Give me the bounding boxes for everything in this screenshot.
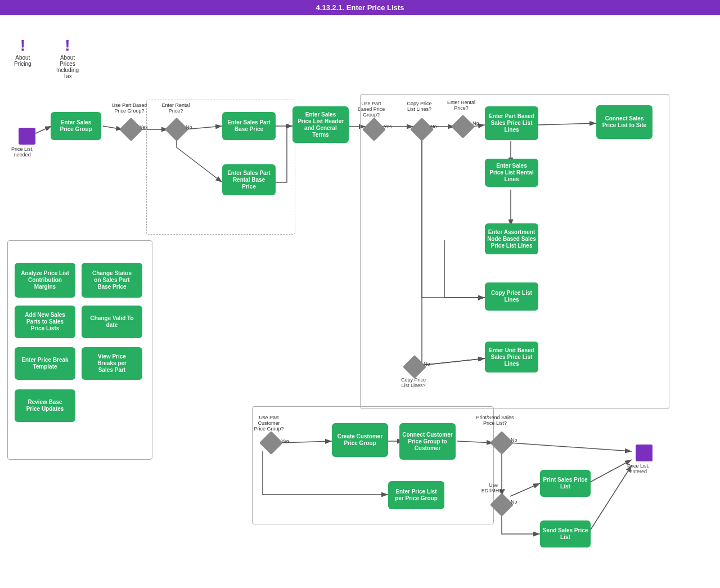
title-bar: 4.13.2.1. Enter Price Lists [0, 0, 720, 15]
about-pricing-icon[interactable]: ! AboutPricing [14, 38, 32, 67]
enter-price-break-template-box[interactable]: Enter Price BreakTemplate [15, 347, 75, 380]
svg-line-15 [510, 443, 632, 451]
enter-sales-price-group-box[interactable]: Enter SalesPrice Group [51, 112, 101, 140]
svg-line-1 [35, 126, 52, 133]
add-new-sales-parts-box[interactable]: Add New SalesParts to SalesPrice Lists [15, 306, 75, 338]
label-no6: No [511, 499, 518, 505]
about-pricing-label: AboutPricing [14, 55, 32, 67]
change-valid-to-date-box[interactable]: Change Valid Todate [82, 306, 142, 338]
diagram-container: ! AboutPricing ! AboutPricesIncludingTax… [0, 15, 720, 578]
send-sales-price-list-box[interactable]: Send Sales PriceList [540, 520, 591, 547]
analyze-price-list-margins-box[interactable]: Analyze Price ListContributionMargins [15, 263, 75, 298]
enter-sales-pl-header-box[interactable]: Enter SalesPrice List Headerand GeneralT… [292, 106, 349, 143]
svg-line-16 [510, 483, 540, 496]
price-list-entered-node [636, 445, 652, 461]
page-title: 4.13.2.1. Enter Price Lists [316, 3, 404, 12]
price-list-needed-label: Price List,needed [11, 146, 34, 158]
label-print-send-sales-pl: Print/Send SalesPrice List? [472, 415, 518, 426]
change-status-sales-part-box[interactable]: Change Statuson Sales PartBase Price [82, 263, 142, 298]
rental-dashed-box [146, 100, 295, 235]
label-no5: No [511, 437, 518, 443]
print-sales-price-list-box[interactable]: Print Sales PriceList [540, 470, 591, 497]
label-use-edi-mhs: UseEDI/MHS? [474, 482, 513, 493]
lower-section-box [252, 406, 494, 524]
right-section-box [360, 94, 669, 409]
price-list-entered-label: Price List,entered [627, 463, 650, 474]
price-list-needed-node [19, 128, 35, 145]
about-prices-tax-label: AboutPricesIncludingTax [56, 55, 79, 79]
about-prices-tax-icon[interactable]: ! AboutPricesIncludingTax [56, 38, 79, 79]
label-use-part-based: Use Part BasedPrice Group? [110, 102, 149, 114]
view-price-breaks-per-sales-part-box[interactable]: View PriceBreaks perSales Part [82, 347, 142, 380]
review-base-price-updates-box[interactable]: Review BasePrice Updates [15, 389, 75, 422]
